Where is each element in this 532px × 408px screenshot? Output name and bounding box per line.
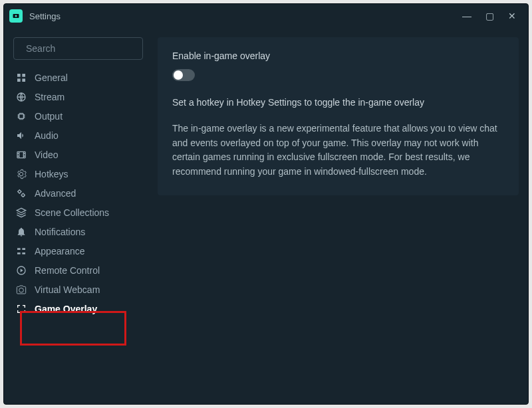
svg-rect-3 (22, 74, 25, 77)
sidebar: General Stream Output Audio Video (13, 37, 143, 395)
svg-point-1 (15, 15, 17, 17)
sidebar-item-label: General (35, 72, 68, 83)
chip-icon (16, 111, 27, 122)
sidebar-item-label: Virtual Webcam (35, 284, 100, 295)
svg-rect-7 (19, 114, 24, 118)
content-area: Enable in-game overlay Set a hotkey in H… (158, 37, 519, 395)
grid-icon (16, 72, 27, 83)
hotkey-hint: Set a hotkey in Hotkey Settings to toggl… (172, 96, 504, 110)
window-controls: — ▢ ✕ (462, 11, 523, 21)
gears-icon (16, 188, 27, 199)
minimize-button[interactable]: — (462, 11, 472, 21)
settings-window: Settings — ▢ ✕ General Stream (3, 3, 529, 405)
sidebar-item-label: Audio (35, 130, 59, 141)
enable-overlay-toggle[interactable] (172, 69, 195, 81)
sidebar-item-label: Advanced (35, 188, 76, 199)
enable-overlay-label: Enable in-game overlay (172, 51, 504, 61)
search-box[interactable] (13, 37, 143, 60)
sidebar-item-label: Video (35, 150, 59, 160)
svg-rect-11 (17, 248, 21, 250)
window-body: General Stream Output Audio Video (4, 28, 528, 404)
sidebar-item-label: Remote Control (35, 265, 100, 276)
svg-rect-14 (22, 253, 25, 255)
sidebar-item-label: Notifications (35, 227, 85, 237)
svg-point-9 (18, 190, 21, 193)
sidebar-item-advanced[interactable]: Advanced (13, 183, 143, 203)
svg-point-10 (22, 193, 25, 196)
sidebar-item-stream[interactable]: Stream (13, 87, 143, 106)
sidebar-item-label: Scene Collections (35, 207, 109, 218)
svg-rect-13 (17, 253, 21, 255)
volume-icon (16, 130, 27, 141)
film-icon (16, 150, 27, 160)
titlebar: Settings — ▢ ✕ (4, 4, 528, 28)
overlay-description: The in-game overlay is a new experimenta… (172, 122, 504, 179)
window-title: Settings (29, 11, 462, 21)
sidebar-item-general[interactable]: General (13, 68, 143, 87)
sidebar-item-audio[interactable]: Audio (13, 126, 143, 145)
sidebar-item-label: Appearance (35, 246, 85, 256)
camera-icon (16, 284, 27, 295)
gear-icon (16, 169, 27, 179)
sliders-icon (16, 246, 27, 256)
sidebar-item-video[interactable]: Video (13, 145, 143, 164)
sidebar-item-label: Game Overlay (35, 304, 97, 314)
svg-rect-2 (17, 74, 21, 77)
sidebar-item-virtual-webcam[interactable]: Virtual Webcam (13, 280, 143, 299)
sidebar-item-label: Stream (35, 92, 65, 102)
app-icon (9, 9, 23, 23)
svg-rect-4 (17, 78, 21, 82)
sidebar-item-notifications[interactable]: Notifications (13, 222, 143, 241)
layers-icon (16, 207, 27, 218)
close-button[interactable]: ✕ (507, 11, 517, 21)
sidebar-item-scene-collections[interactable]: Scene Collections (13, 203, 143, 222)
sidebar-item-label: Hotkeys (35, 169, 68, 179)
sidebar-item-label: Output (35, 111, 63, 122)
overlay-panel: Enable in-game overlay Set a hotkey in H… (158, 37, 519, 195)
play-circle-icon (16, 265, 27, 276)
sidebar-item-game-overlay[interactable]: Game Overlay (13, 299, 143, 318)
search-input[interactable] (26, 43, 142, 54)
sidebar-item-appearance[interactable]: Appearance (13, 241, 143, 260)
sidebar-item-remote-control[interactable]: Remote Control (13, 260, 143, 280)
nav-list: General Stream Output Audio Video (13, 68, 143, 318)
svg-rect-12 (22, 248, 25, 250)
fullscreen-icon (16, 304, 27, 314)
sidebar-item-hotkeys[interactable]: Hotkeys (13, 164, 143, 183)
globe-icon (16, 92, 27, 102)
svg-rect-8 (17, 152, 25, 157)
bell-icon (16, 227, 27, 237)
maximize-button[interactable]: ▢ (484, 11, 495, 21)
svg-rect-5 (22, 78, 25, 82)
sidebar-item-output[interactable]: Output (13, 106, 143, 126)
